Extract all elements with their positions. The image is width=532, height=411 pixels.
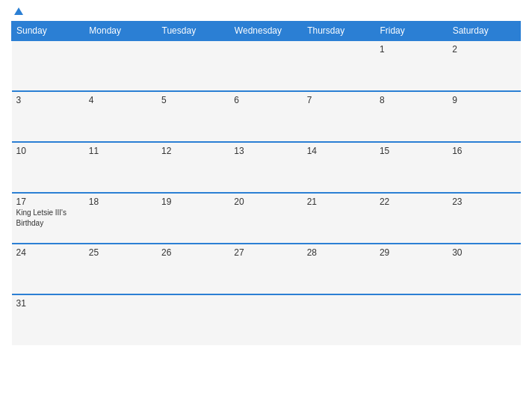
calendar-cell: 26: [157, 244, 229, 294]
calendar-cell: [229, 294, 302, 345]
calendar-cell: 31: [12, 294, 84, 345]
week-row-5: 31: [12, 294, 521, 345]
week-row-3: 17King Letsie III's Birthday181920212223: [12, 193, 521, 244]
day-number: 26: [161, 247, 225, 258]
week-row-4: 24252627282930: [12, 244, 521, 294]
calendar-cell: 2: [448, 40, 520, 91]
calendar-cell: 29: [375, 244, 448, 294]
day-number: 16: [452, 146, 516, 156]
day-number: 27: [234, 247, 297, 258]
weekday-header-sunday: Sunday: [12, 22, 84, 41]
calendar-cell: 21: [303, 193, 375, 244]
day-number: 14: [307, 146, 371, 156]
logo: [11, 7, 23, 15]
day-number: 5: [161, 95, 225, 105]
weekday-header-tuesday: Tuesday: [157, 22, 229, 41]
calendar-cell: 10: [12, 142, 84, 193]
calendar-cell: [229, 40, 302, 91]
day-number: 13: [234, 146, 297, 156]
day-number: 30: [452, 247, 516, 258]
calendar-cell: [448, 294, 520, 345]
day-number: 29: [380, 247, 443, 258]
day-number: 22: [380, 197, 443, 207]
calendar-cell: [157, 40, 229, 91]
day-number: 23: [452, 197, 516, 207]
day-number: 20: [234, 197, 297, 207]
week-row-0: 12: [12, 40, 521, 91]
calendar-cell: 25: [84, 244, 157, 294]
day-number: 15: [380, 146, 443, 156]
day-number: 28: [307, 247, 371, 258]
day-number: 9: [452, 95, 516, 105]
calendar-cell: 30: [448, 244, 520, 294]
calendar-cell: [84, 40, 157, 91]
calendar-cell: 6: [229, 91, 302, 142]
calendar-cell: 11: [84, 142, 157, 193]
weekday-header-thursday: Thursday: [303, 22, 375, 41]
calendar-cell: 20: [229, 193, 302, 244]
calendar-cell: [303, 40, 375, 91]
day-number: 11: [89, 146, 152, 156]
calendar-cell: 5: [157, 91, 229, 142]
calendar-grid: SundayMondayTuesdayWednesdayThursdayFrid…: [11, 21, 521, 345]
day-number: 24: [16, 247, 80, 258]
day-number: 4: [89, 95, 152, 105]
calendar-cell: 1: [375, 40, 448, 91]
calendar-cell: 28: [303, 244, 375, 294]
calendar-cell: 18: [84, 193, 157, 244]
day-number: 31: [16, 298, 80, 309]
calendar-cell: 7: [303, 91, 375, 142]
weekday-header-monday: Monday: [84, 22, 157, 41]
calendar-cell: 22: [375, 193, 448, 244]
calendar-cell: 8: [375, 91, 448, 142]
day-number: 12: [161, 146, 225, 156]
weekday-header-wednesday: Wednesday: [229, 22, 302, 41]
weekday-header-friday: Friday: [375, 22, 448, 41]
event-text: King Letsie III's Birthday: [16, 208, 67, 227]
day-number: 10: [16, 146, 80, 156]
calendar-cell: [303, 294, 375, 345]
calendar-cell: 27: [229, 244, 302, 294]
week-row-2: 10111213141516: [12, 142, 521, 193]
day-number: 3: [16, 95, 80, 105]
day-number: 8: [380, 95, 443, 105]
day-number: 18: [89, 197, 152, 207]
day-number: 19: [161, 197, 225, 207]
calendar-header: [11, 7, 521, 15]
calendar-cell: 15: [375, 142, 448, 193]
calendar-cell: [84, 294, 157, 345]
calendar-cell: 14: [303, 142, 375, 193]
calendar-cell: 16: [448, 142, 520, 193]
calendar-cell: 23: [448, 193, 520, 244]
day-number: 21: [307, 197, 371, 207]
calendar-cell: 12: [157, 142, 229, 193]
logo-triangle-icon: [14, 7, 23, 15]
day-number: 25: [89, 247, 152, 258]
calendar-container: SundayMondayTuesdayWednesdayThursdayFrid…: [0, 0, 532, 411]
calendar-cell-empty: [12, 40, 84, 91]
calendar-cell: 24: [12, 244, 84, 294]
day-number: 17: [16, 197, 80, 207]
calendar-cell: [157, 294, 229, 345]
weekday-header-saturday: Saturday: [448, 22, 520, 41]
day-number: 6: [234, 95, 297, 105]
calendar-cell: 13: [229, 142, 302, 193]
day-number: 2: [452, 44, 516, 55]
calendar-cell: 3: [12, 91, 84, 142]
day-number: 7: [307, 95, 371, 105]
week-row-1: 3456789: [12, 91, 521, 142]
calendar-cell: 9: [448, 91, 520, 142]
calendar-cell: [375, 294, 448, 345]
calendar-cell: 17King Letsie III's Birthday: [12, 193, 84, 244]
calendar-cell: 4: [84, 91, 157, 142]
calendar-cell: 19: [157, 193, 229, 244]
calendar-header-row: SundayMondayTuesdayWednesdayThursdayFrid…: [12, 22, 521, 41]
day-number: 1: [380, 44, 443, 55]
